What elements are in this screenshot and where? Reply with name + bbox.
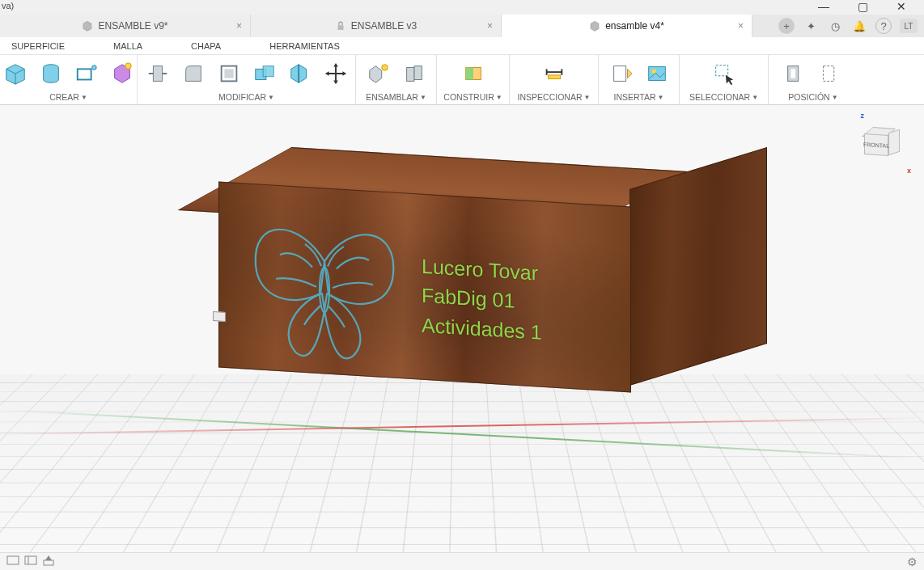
svg-rect-23 bbox=[406, 67, 413, 81]
document-tab[interactable]: ENSAMBLE v3 × bbox=[251, 15, 502, 37]
ribbon-group-construir: CONSTRUIR▼ bbox=[437, 55, 510, 104]
ribbon-group-label[interactable]: CONSTRUIR▼ bbox=[445, 90, 501, 104]
ribbon-group-label[interactable]: INSERTAR▼ bbox=[607, 90, 671, 104]
svg-rect-1 bbox=[337, 25, 343, 30]
shell-icon[interactable] bbox=[217, 61, 241, 86]
svg-rect-35 bbox=[715, 65, 727, 75]
document-tab-active[interactable]: ensamble v4* × bbox=[502, 15, 752, 37]
minimize-button[interactable]: — bbox=[812, 0, 835, 15]
insert-decal-icon[interactable] bbox=[645, 61, 669, 86]
toolstrip-tab[interactable]: MALLA bbox=[113, 41, 142, 51]
create-cylinder-icon[interactable] bbox=[39, 61, 63, 86]
ribbon-group-label[interactable]: SELECCIONAR▼ bbox=[688, 90, 760, 104]
create-box-icon[interactable] bbox=[3, 61, 28, 86]
svg-marker-2 bbox=[591, 21, 599, 31]
ribbon-group-label[interactable]: POSICIÓN▼ bbox=[777, 90, 850, 104]
timeline-marker-icon[interactable] bbox=[42, 554, 55, 570]
box-icon bbox=[589, 20, 600, 32]
svg-marker-32 bbox=[627, 69, 632, 78]
close-tab-icon[interactable]: × bbox=[487, 20, 493, 32]
toolstrip-tabs: SUPERFICIE MALLA CHAPA HERRAMIENTAS bbox=[0, 37, 924, 55]
svg-marker-19 bbox=[324, 71, 328, 76]
box-icon bbox=[82, 20, 93, 32]
svg-rect-37 bbox=[790, 69, 795, 78]
settings-gear-icon[interactable]: ⚙ bbox=[907, 555, 918, 568]
avatar[interactable]: LT bbox=[900, 19, 918, 33]
ribbon-group-label[interactable]: MODIFICAR▼ bbox=[146, 90, 347, 104]
viewcube-front[interactable]: FRONTAL bbox=[864, 133, 888, 156]
position-capture-icon[interactable] bbox=[783, 61, 807, 86]
toolstrip-tab[interactable]: SUPERFICIE bbox=[11, 41, 65, 51]
help-icon[interactable]: ? bbox=[875, 18, 892, 34]
ribbon-group-ensamblar: ENSAMBLAR▼ bbox=[356, 55, 437, 104]
as-built-joint-icon[interactable] bbox=[402, 61, 426, 86]
box-face-front[interactable]: Lucero Tovar FabDig 01 Actividades 1 bbox=[218, 181, 631, 392]
svg-marker-21 bbox=[369, 65, 381, 82]
notifications-icon[interactable]: 🔔 bbox=[851, 18, 867, 34]
viewcube[interactable]: z FRONTAL x bbox=[853, 115, 909, 171]
ribbon-group-inspeccionar: INSPECCIONAR▼ bbox=[510, 55, 599, 104]
new-tab-button[interactable]: + bbox=[778, 18, 795, 34]
svg-marker-20 bbox=[342, 71, 346, 76]
create-form-icon[interactable] bbox=[110, 61, 134, 86]
insert-derive-icon[interactable] bbox=[609, 61, 634, 86]
measure-icon[interactable] bbox=[542, 61, 566, 86]
toolstrip-tab[interactable]: CHAPA bbox=[191, 41, 221, 51]
title-fragment: va) bbox=[2, 1, 14, 11]
plane-icon[interactable] bbox=[461, 61, 485, 86]
extensions-icon[interactable]: ✦ bbox=[803, 18, 819, 34]
split-icon[interactable] bbox=[288, 61, 312, 86]
create-sketch-icon[interactable] bbox=[74, 61, 99, 86]
ribbon-group-crear: CREAR▼ bbox=[0, 55, 138, 104]
timeline-play-icon[interactable] bbox=[6, 555, 19, 569]
tabbar-right: + ✦ ◷ 🔔 ? LT bbox=[772, 15, 924, 37]
press-pull-icon[interactable] bbox=[146, 61, 170, 86]
tab-label: ensamble v4* bbox=[605, 20, 664, 32]
svg-rect-31 bbox=[613, 65, 625, 81]
ribbon: CREAR▼ MODIFICAR▼ ENSAMBLAR▼ CONSTRUIR▼ … bbox=[0, 55, 924, 105]
butterfly-engraving bbox=[244, 208, 405, 367]
svg-marker-17 bbox=[333, 62, 338, 66]
svg-point-9 bbox=[125, 62, 131, 69]
ribbon-group-posicion: POSICIÓN▼ bbox=[769, 55, 858, 104]
section-handle[interactable] bbox=[213, 311, 226, 322]
viewcube-right[interactable] bbox=[888, 129, 900, 156]
close-tab-icon[interactable]: × bbox=[236, 20, 242, 32]
ribbon-group-label[interactable]: CREAR▼ bbox=[8, 90, 129, 104]
joint-icon[interactable] bbox=[367, 61, 391, 86]
move-icon[interactable] bbox=[324, 61, 348, 86]
close-window-button[interactable]: ✕ bbox=[890, 0, 913, 15]
svg-point-7 bbox=[91, 65, 96, 70]
fillet-icon[interactable] bbox=[181, 61, 206, 86]
timeline-step-icon[interactable] bbox=[24, 555, 37, 569]
engraved-text: Lucero Tovar FabDig 01 Actividades 1 bbox=[422, 251, 542, 347]
maximize-button[interactable]: ▢ bbox=[851, 0, 874, 15]
svg-rect-43 bbox=[44, 560, 53, 565]
ribbon-group-insertar: INSERTAR▼ bbox=[599, 55, 680, 104]
svg-marker-18 bbox=[333, 80, 338, 84]
position-revert-icon[interactable] bbox=[819, 61, 843, 86]
document-tab[interactable]: ENSAMBLE v9* × bbox=[0, 15, 251, 37]
ribbon-group-label[interactable]: INSPECCIONAR▼ bbox=[518, 90, 590, 104]
tab-label: ENSAMBLE v9* bbox=[98, 20, 167, 32]
viewport-3d[interactable]: Lucero Tovar FabDig 01 Actividades 1 z F… bbox=[0, 105, 924, 552]
timeline-bar: ⚙ bbox=[0, 552, 924, 570]
toolstrip-tab[interactable]: HERRAMIENTAS bbox=[269, 41, 340, 51]
ribbon-group-modificar: MODIFICAR▼ bbox=[138, 55, 356, 104]
select-icon[interactable] bbox=[712, 61, 736, 86]
lock-icon bbox=[335, 20, 346, 32]
job-status-icon[interactable]: ◷ bbox=[827, 18, 843, 34]
close-tab-icon[interactable]: × bbox=[738, 20, 744, 32]
box-face-right[interactable] bbox=[629, 147, 767, 386]
ribbon-group-seleccionar: SELECCIONAR▼ bbox=[680, 55, 769, 104]
svg-rect-30 bbox=[548, 74, 560, 78]
ribbon-group-label[interactable]: ENSAMBLAR▼ bbox=[364, 90, 428, 104]
svg-rect-24 bbox=[414, 65, 422, 79]
svg-rect-41 bbox=[25, 556, 36, 564]
svg-rect-33 bbox=[648, 66, 665, 80]
combine-icon[interactable] bbox=[252, 61, 277, 86]
window-controls: — ▢ ✕ bbox=[812, 0, 924, 15]
svg-rect-10 bbox=[153, 65, 162, 81]
axis-z-label: z bbox=[861, 112, 865, 120]
model-box[interactable]: Lucero Tovar FabDig 01 Actividades 1 bbox=[202, 146, 769, 420]
